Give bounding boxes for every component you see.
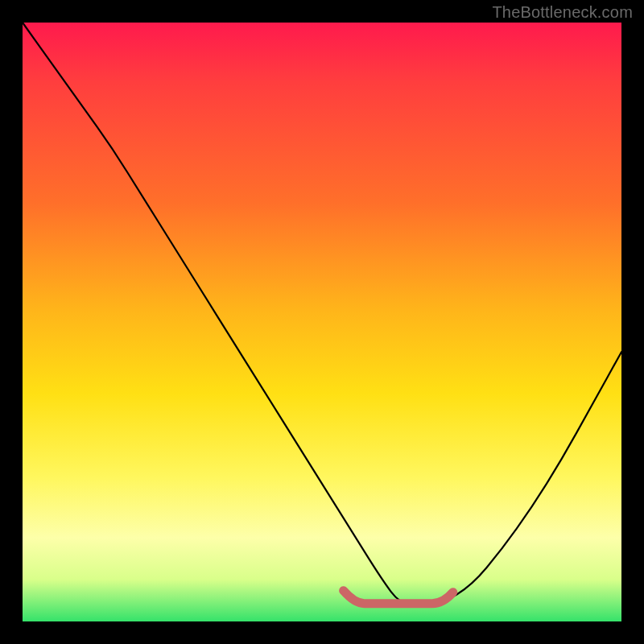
chart-frame: TheBottleneck.com bbox=[0, 0, 644, 644]
chart-plot-area bbox=[23, 23, 621, 621]
watermark-text: TheBottleneck.com bbox=[492, 3, 633, 22]
curve-red-plateau bbox=[344, 591, 453, 604]
curve-black-line bbox=[23, 23, 621, 604]
bottleneck-curve bbox=[23, 23, 621, 621]
